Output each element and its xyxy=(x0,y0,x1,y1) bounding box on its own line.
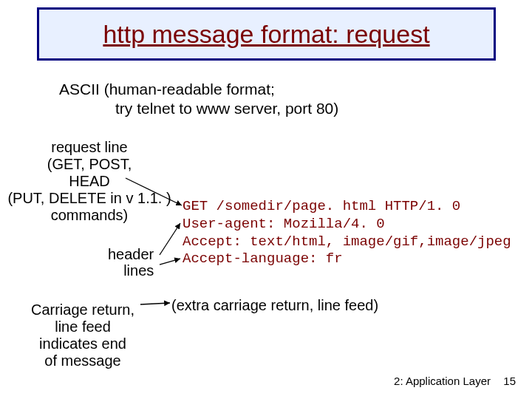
label-request-line-2: (GET, POST, xyxy=(47,156,132,172)
footer-chapter: 2: Application Layer xyxy=(394,375,491,387)
svg-line-1 xyxy=(160,223,180,255)
http-request-code: GET /somedir/page. html HTTP/1. 0 User-a… xyxy=(183,198,511,268)
label-lines: lines xyxy=(123,262,154,279)
subtitle-line-1: ASCII (human-readable format; xyxy=(59,81,275,98)
subtitle: ASCII (human-readable format; try telnet… xyxy=(59,80,338,119)
label-header: header xyxy=(108,246,154,262)
label-carriage-4: of message xyxy=(44,352,120,369)
label-request-line-1: request line xyxy=(51,139,127,155)
code-line-2: User-agent: Mozilla/4. 0 xyxy=(183,216,385,232)
label-header-lines: header lines xyxy=(108,246,154,279)
label-carriage-3: indicates end xyxy=(39,335,126,352)
label-carriage-return: Carriage return, line feed indicates end… xyxy=(9,301,157,369)
label-request-line-3: HEAD xyxy=(69,173,110,189)
label-carriage-1: Carriage return, xyxy=(31,301,134,318)
extra-crlf-note: (extra carriage return, line feed) xyxy=(171,297,378,314)
svg-line-2 xyxy=(160,259,180,265)
label-request-line: request line (GET, POST, HEAD (PUT, DELE… xyxy=(0,139,179,224)
page-title: http message format: request xyxy=(103,20,429,49)
label-request-line-4: (PUT, DELETE in v 1.1. ) xyxy=(7,190,171,206)
footer-page-number: 15 xyxy=(503,375,516,387)
subtitle-line-2: try telnet to www server, port 80) xyxy=(59,99,338,118)
label-carriage-2: line feed xyxy=(55,318,111,335)
code-line-1: GET /somedir/page. html HTTP/1. 0 xyxy=(183,198,460,214)
title-box: http message format: request xyxy=(37,7,496,61)
code-line-3: Accept: text/html, image/gif,image/jpeg xyxy=(183,233,511,250)
code-line-4: Accept-language: fr xyxy=(183,250,343,267)
label-request-line-5: commands) xyxy=(51,207,128,223)
